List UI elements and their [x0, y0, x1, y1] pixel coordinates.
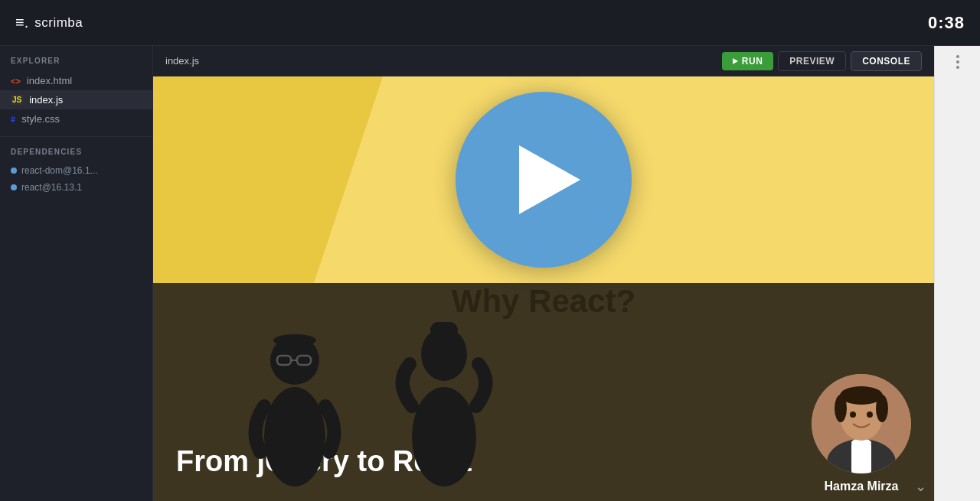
editor-toolbar: index.js RUN PREVIEW CONSOLE [153, 46, 934, 76]
svg-point-15 [835, 395, 847, 422]
right-panel [934, 46, 980, 501]
dot-2 [956, 60, 959, 63]
panel-options-button[interactable] [953, 52, 962, 72]
sidebar-item-stylecss[interactable]: # style.css [0, 109, 152, 129]
svg-point-16 [876, 395, 888, 422]
logo-area: ≡. scrimba [15, 14, 83, 31]
navbar: ≡. scrimba 0:38 [0, 0, 980, 46]
play-button[interactable] [456, 92, 632, 268]
character-2 [390, 322, 498, 501]
active-file-tab: index.js [165, 55, 199, 67]
content-area: index.js RUN PREVIEW CONSOLE Wh [153, 46, 934, 501]
js-file-icon: JS [11, 95, 23, 105]
dep-react: react@16.13.1 [0, 179, 152, 196]
run-label: RUN [742, 56, 763, 67]
dep-name: react-dom@16.1... [21, 165, 98, 176]
css-file-icon: # [11, 115, 15, 124]
svg-point-14 [840, 386, 883, 405]
svg-point-5 [264, 387, 325, 486]
instructor-avatar [812, 374, 911, 473]
sidebar-item-label: style.css [21, 113, 60, 125]
timer-display: 0:38 [928, 13, 965, 33]
svg-point-17 [850, 412, 856, 418]
dep-dot-icon [11, 168, 17, 174]
scrimba-logo-icon: ≡. [15, 14, 28, 31]
character-1 [245, 330, 345, 501]
dep-react-dom: react-dom@16.1... [0, 162, 152, 179]
sidebar-item-indexhtml[interactable]: <> index.html [0, 71, 152, 90]
character-2-svg [390, 322, 498, 498]
run-button[interactable]: RUN [722, 52, 774, 70]
chevron-down-icon[interactable]: ⌄ [915, 478, 926, 495]
svg-point-4 [273, 334, 316, 346]
svg-point-18 [867, 412, 873, 418]
explorer-label: EXPLORER [0, 57, 152, 71]
instructor-avatar-svg [812, 374, 911, 473]
svg-point-8 [412, 387, 476, 486]
dot-3 [956, 66, 959, 69]
toolbar-buttons: RUN PREVIEW CONSOLE [722, 51, 922, 71]
play-icon [519, 145, 580, 214]
dependencies-label: DEPENDENCIES [0, 145, 152, 162]
preview-button[interactable]: PREVIEW [778, 51, 846, 71]
instructor-area: Hamza Mirza [812, 374, 911, 493]
console-button[interactable]: CONSOLE [851, 51, 922, 71]
sidebar: EXPLORER <> index.html JS index.js # sty… [0, 46, 153, 501]
character-illustrations [230, 310, 597, 501]
sidebar-divider [0, 136, 152, 137]
run-icon [733, 58, 738, 64]
sidebar-item-label: index.html [27, 75, 72, 86]
logo-text: scrimba [34, 15, 83, 31]
sidebar-item-indexjs[interactable]: JS index.js [0, 90, 152, 109]
html-file-icon: <> [11, 76, 21, 86]
dep-name: react@16.13.1 [21, 182, 82, 193]
sidebar-item-label: index.js [29, 94, 63, 106]
instructor-name: Hamza Mirza [825, 480, 899, 493]
preview-video-top [153, 76, 934, 283]
dot-1 [956, 55, 959, 58]
main-layout: EXPLORER <> index.html JS index.js # sty… [0, 46, 980, 501]
dep-dot-icon [11, 184, 17, 190]
preview-area: Why React? From jQuery to React [153, 76, 934, 501]
character-1-svg [245, 330, 345, 498]
preview-course-info: Why React? From jQuery to React [153, 283, 934, 501]
